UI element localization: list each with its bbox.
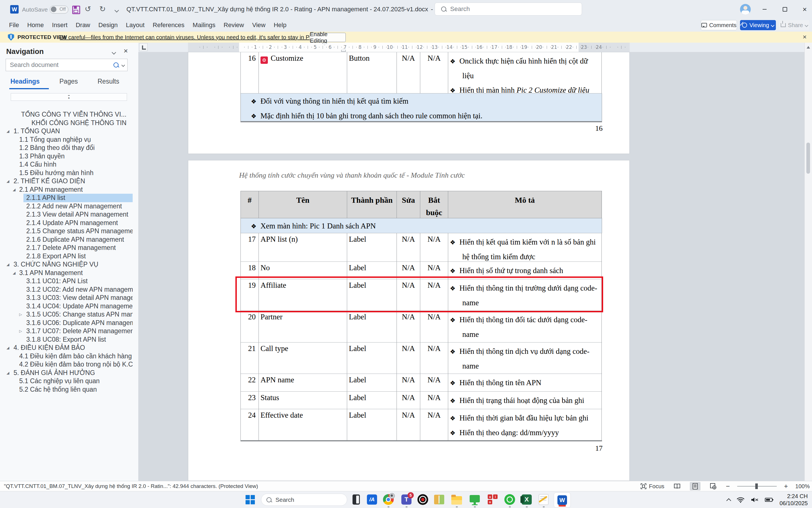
screen-mirror-icon[interactable] [469,494,480,505]
phone-link-icon[interactable] [351,494,362,505]
protected-view-message[interactable]: Be careful—files from the Internet can c… [60,34,345,41]
app-ia-icon[interactable]: /A [366,494,378,505]
nav-item[interactable]: 2.1.1 APN list [0,194,133,202]
zoom-in-button[interactable]: + [784,482,788,490]
ribbon-tab-draw[interactable]: Draw [76,22,90,29]
minimize-button[interactable] [760,5,769,13]
tray-chevron-up-icon[interactable] [726,498,731,503]
print-layout-button[interactable] [690,482,701,491]
collapse-arrow-icon[interactable]: ◢ [6,177,9,185]
zoom-slider-thumb[interactable] [755,483,758,489]
navigation-close-icon[interactable]: × [124,47,128,55]
nav-item[interactable]: ▷3.1.7 UC07: Delete APN management [0,327,133,335]
viewing-mode-button[interactable]: Viewing [740,20,776,30]
expand-arrow-icon[interactable]: ▷ [19,310,22,319]
nav-item[interactable]: KHỐI CÔNG NGHỆ THÔNG TIN [0,119,133,127]
nav-pane-tab-pages[interactable]: Pages [59,78,78,85]
nav-item[interactable]: 3.1.3 UC03: View detail APN management [0,294,133,302]
restore-button[interactable] [781,5,789,13]
nav-item[interactable]: ◢4. ĐIỀU KIỆN ĐẢM BẢO [0,344,133,352]
status-text[interactable]: "QT.VTT.CNTT.01_BM.07_TLNV_Xây dựng hệ t… [4,483,258,490]
nav-item[interactable]: ◢3.1 APN Management [0,269,133,277]
nav-pane-tab-headings[interactable]: Headings [10,78,40,85]
clock[interactable]: 2:24 CH 06/10/2025 [779,493,808,507]
nav-item[interactable]: 2.1.5 Change status APN management [0,227,133,236]
collapse-arrow-icon[interactable]: ◢ [6,344,9,352]
scroll-up-icon[interactable] [807,44,810,49]
media-record-icon[interactable] [417,494,428,505]
start-button[interactable] [244,494,256,505]
notes-icon[interactable] [538,494,549,505]
ribbon-tab-view[interactable]: View [252,22,265,29]
nav-item[interactable]: 2.1.7 Delete APN management [0,244,133,252]
nav-item[interactable]: 2.1.3 View detail APN management [0,210,133,219]
redo-icon[interactable]: ↻ [99,4,106,13]
nav-item[interactable]: 5.1 Các nghiệp vụ liên quan [0,377,133,385]
close-button[interactable]: × [801,5,809,13]
battery-icon[interactable] [765,497,773,503]
nav-item[interactable]: ◢3. CHỨC NĂNG NGHIỆP VỤ [0,260,133,269]
nav-item[interactable]: 5.2 Các hệ thống liên quan [0,385,133,394]
horizontal-ruler[interactable]: 123456789101112131415161718192021222324 [138,43,804,52]
collapse-arrow-icon[interactable]: ◢ [6,260,9,269]
remote-tool-icon[interactable]: uin [487,494,498,505]
nav-item[interactable]: 3.1.1 UC01: APN List [0,277,133,286]
file-explorer-icon[interactable] [451,494,462,505]
nav-item[interactable]: ◢5. ĐÁNH GIÁ ẢNH HƯỞNG [0,369,133,377]
nav-item[interactable]: 4.1 Điều kiện đảm bảo cần khách hàng đảm… [0,352,133,361]
book-icon[interactable] [434,494,445,505]
volume-muted-icon[interactable] [751,497,759,503]
search-icon[interactable] [114,62,119,68]
zoom-out-button[interactable]: − [726,482,730,490]
ribbon-tab-mailings[interactable]: Mailings [193,22,216,29]
document-canvas[interactable]: 123456789101112131415161718192021222324 … [138,43,804,481]
nav-item[interactable]: 2.1.8 Export APN list [0,252,133,261]
enable-editing-button[interactable]: Enable Editing [310,33,346,42]
document-page-17[interactable]: Hệ thống tính cước chuyển vùng và thanh … [188,160,630,481]
expand-arrow-icon[interactable]: ▷ [19,327,22,335]
whatsapp-icon[interactable] [504,494,515,505]
ribbon-tab-file[interactable]: File [9,22,19,29]
word-taskbar-icon[interactable]: W [554,493,571,508]
read-mode-button[interactable] [672,482,682,491]
ribbon-tab-references[interactable]: References [153,22,185,29]
autosave-toggle[interactable]: Off [50,6,68,13]
quick-access-chevron-icon[interactable] [115,8,118,13]
nav-item[interactable]: 1.1 Tổng quan nghiệp vụ [0,135,133,144]
navigation-chevron-icon[interactable] [112,50,116,55]
web-layout-button[interactable] [708,482,719,491]
document-page-16[interactable]: 16⚙CustomizeButtonN/AN/A❖Onclick thực hi… [188,52,630,154]
nav-item[interactable]: 3.1.2 UC02: Add new APN management [0,286,133,294]
collapse-arrow-icon[interactable]: ◢ [13,185,15,194]
ribbon-tab-insert[interactable]: Insert [52,22,67,29]
share-button[interactable]: Share [779,20,809,30]
save-icon[interactable] [72,6,80,14]
taskbar-search-box[interactable]: Search [261,494,347,506]
scrollbar-thumb[interactable] [806,142,810,174]
ribbon-tab-help[interactable]: Help [274,22,286,29]
nav-item[interactable]: 1.4 Cấu hình [0,160,133,169]
nav-item[interactable]: TỔNG CÔNG TY VIỄN THÔNG VI... [0,111,133,119]
nav-item[interactable]: 1.3 Phân quyền [0,152,133,161]
collapse-arrow-icon[interactable]: ◢ [13,269,15,277]
nav-item[interactable]: 1.2 Bảng theo dõi thay đổi [0,144,133,152]
ribbon-tab-review[interactable]: Review [224,22,244,29]
zoom-slider[interactable] [737,486,777,486]
tab-stop-selector[interactable] [139,43,148,51]
nav-item[interactable]: 1.5 Điều hướng màn hình [0,169,133,177]
nav-item[interactable]: 3.1.4 UC04: Update APN management [0,302,133,311]
teams-icon[interactable]: T5 [401,494,412,505]
nav-item[interactable]: 4.2 Điều kiện đảm bảo trong nội bộ K.CNT… [0,360,133,369]
vertical-scrollbar[interactable] [804,43,812,481]
nav-item[interactable]: 2.1.6 Duplicate APN management [0,236,133,244]
comments-button[interactable]: Comments [701,20,737,30]
nav-item[interactable]: ◢2. THIẾT KẾ GIAO DIỆN [0,177,133,185]
wifi-icon[interactable] [737,497,745,503]
nav-item[interactable]: 3.1.8 UC08: Export APN list [0,335,133,344]
nav-item[interactable]: 2.1.2 Add new APN management [0,202,133,211]
nav-pane-tab-results[interactable]: Results [98,78,120,85]
nav-item[interactable]: 2.1.4 Update APN management [0,219,133,227]
avatar[interactable] [740,4,751,15]
nav-item[interactable]: ▷3.1.5 UC05: Change status APN managemen… [0,310,133,319]
ribbon-tab-layout[interactable]: Layout [126,22,144,29]
